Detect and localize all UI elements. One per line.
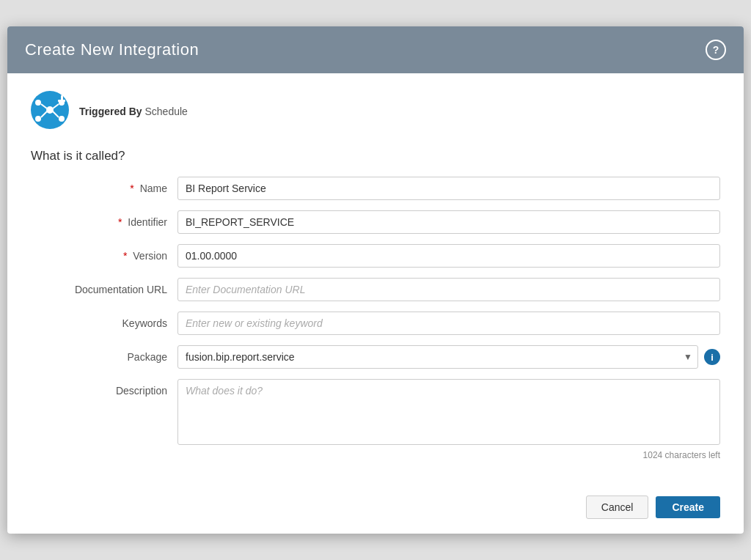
package-label: Package: [31, 345, 177, 363]
svg-point-2: [35, 100, 41, 106]
description-row: Description 1024 characters left: [31, 379, 720, 460]
keywords-input[interactable]: [177, 312, 720, 335]
package-select-wrapper: fusion.bip.report.service ▼: [177, 345, 698, 369]
description-textarea[interactable]: [177, 379, 720, 445]
trigger-label: Triggered By Schedule: [79, 106, 188, 117]
name-input[interactable]: [177, 177, 720, 200]
svg-point-1: [46, 106, 54, 114]
dialog-title: Create New Integration: [25, 40, 199, 59]
create-button[interactable]: Create: [656, 496, 720, 518]
svg-point-8: [59, 116, 65, 122]
description-label: Description: [31, 379, 177, 397]
version-input[interactable]: [177, 244, 720, 268]
package-select[interactable]: fusion.bip.report.service: [177, 345, 698, 369]
identifier-required-star: *: [118, 216, 122, 228]
name-control: [177, 177, 720, 200]
trigger-row: Triggered By Schedule: [31, 91, 720, 131]
integration-icon: [31, 91, 69, 131]
svg-point-6: [35, 116, 41, 122]
keywords-control: [177, 312, 720, 335]
name-label: * Name: [31, 177, 177, 194]
keywords-label: Keywords: [31, 312, 177, 329]
description-control: 1024 characters left: [177, 379, 720, 460]
cancel-button[interactable]: Cancel: [586, 495, 649, 519]
keywords-row: Keywords: [31, 312, 720, 335]
triggered-by-label: Triggered By: [79, 106, 142, 117]
name-required-star: *: [130, 183, 133, 194]
identifier-input[interactable]: [177, 210, 720, 234]
form: * Name * Identifier *: [31, 177, 720, 460]
dialog-footer: Cancel Create: [7, 485, 744, 534]
identifier-row: * Identifier: [31, 210, 720, 234]
char-count: 1024 characters left: [177, 450, 720, 460]
package-info-icon[interactable]: i: [704, 349, 720, 365]
dialog-body: Triggered By Schedule What is it called?…: [7, 73, 744, 485]
identifier-control: [177, 210, 720, 234]
section-title: What is it called?: [31, 149, 720, 163]
create-integration-dialog: Create New Integration ?: [7, 26, 744, 534]
name-row: * Name: [31, 177, 720, 200]
version-control: [177, 244, 720, 268]
help-button[interactable]: ?: [706, 40, 726, 60]
dialog-header: Create New Integration ?: [7, 26, 744, 73]
version-label: * Version: [31, 244, 177, 262]
doc-url-row: Documentation URL: [31, 278, 720, 301]
doc-url-control: [177, 278, 720, 301]
trigger-value: Schedule: [144, 106, 187, 117]
package-row: Package fusion.bip.report.service ▼ i: [31, 345, 720, 369]
identifier-label: * Identifier: [31, 210, 177, 228]
version-row: * Version: [31, 244, 720, 268]
version-required-star: *: [123, 250, 127, 262]
package-row-inner: fusion.bip.report.service ▼ i: [177, 345, 720, 369]
doc-url-label: Documentation URL: [31, 278, 177, 295]
package-control: fusion.bip.report.service ▼ i: [177, 345, 720, 369]
svg-rect-11: [58, 100, 65, 102]
doc-url-input[interactable]: [177, 278, 720, 301]
